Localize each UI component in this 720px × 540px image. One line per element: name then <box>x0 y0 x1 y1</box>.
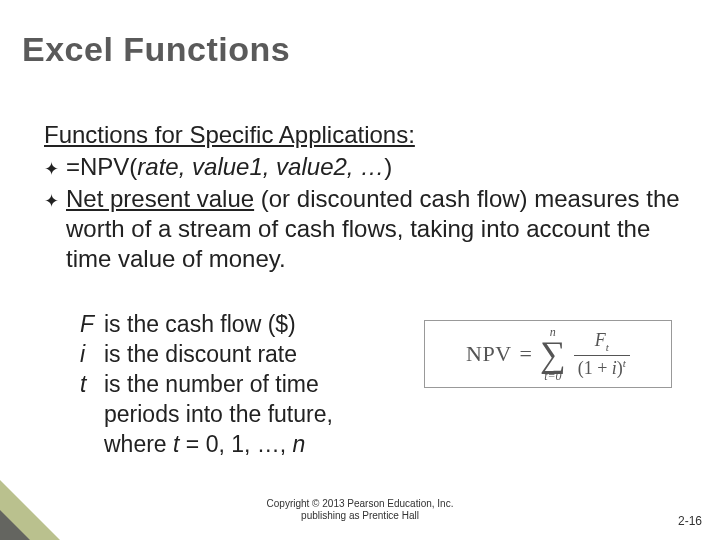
bullet-icon: ✦ <box>44 184 66 216</box>
slide-number: 2-16 <box>678 514 702 528</box>
def-var: F <box>80 310 104 340</box>
def-var: n <box>293 431 306 457</box>
def-text: is the cash flow ($) <box>104 310 390 340</box>
func-prefix: =NPV( <box>66 153 137 180</box>
def-text: = 0, 1, …, <box>179 431 292 457</box>
num-F: F <box>595 330 606 350</box>
bullet-icon: ✦ <box>44 152 66 184</box>
copyright-line: publishing as Prentice Hall <box>0 510 720 522</box>
summation: n ∑ t=0 <box>540 326 566 382</box>
def-row: t is the number of time <box>80 370 390 400</box>
slide: Excel Functions Functions for Specific A… <box>0 0 720 540</box>
fraction-numerator: Ft <box>591 331 613 353</box>
fraction: Ft (1 + i)t <box>574 331 630 377</box>
bullet-item: ✦ Net present value (or discounted cash … <box>44 184 690 274</box>
bullet-item: ✦ =NPV(rate, value1, value2, …) <box>44 152 690 184</box>
num-sub: t <box>606 341 609 353</box>
func-suffix: ) <box>384 153 392 180</box>
npv-formula: NPV = n ∑ t=0 Ft (1 + i)t <box>466 326 630 382</box>
sigma-icon: ∑ <box>540 338 566 370</box>
func-args: rate, value1, value2, … <box>137 153 384 180</box>
bullet-text: Net present value (or discounted cash fl… <box>66 184 690 274</box>
def-text: is the number of time <box>104 370 390 400</box>
copyright: Copyright © 2013 Pearson Education, Inc.… <box>0 498 720 522</box>
sum-lower: t=0 <box>544 370 561 382</box>
content-block: Functions for Specific Applications: ✦ =… <box>44 120 690 274</box>
definitions-block: F is the cash flow ($) i is the discount… <box>80 310 390 459</box>
den-exp: t <box>623 357 626 369</box>
def-continuation: periods into the future, <box>104 400 390 430</box>
def-continuation: where t = 0, 1, …, n <box>104 430 390 460</box>
formula-box: NPV = n ∑ t=0 Ft (1 + i)t <box>424 320 672 388</box>
def-row: i is the discount rate <box>80 340 390 370</box>
den-open: (1 + <box>578 358 612 378</box>
def-row: F is the cash flow ($) <box>80 310 390 340</box>
def-text: is the discount rate <box>104 340 390 370</box>
bullet-list: ✦ =NPV(rate, value1, value2, …) ✦ Net pr… <box>44 152 690 274</box>
def-text: where <box>104 431 173 457</box>
def-var: t <box>80 370 104 400</box>
bullet-text: =NPV(rate, value1, value2, …) <box>66 152 690 182</box>
slide-title: Excel Functions <box>22 30 290 69</box>
copyright-line: Copyright © 2013 Pearson Education, Inc. <box>0 498 720 510</box>
formula-label: NPV <box>466 341 512 367</box>
def-var: i <box>80 340 104 370</box>
fraction-bar <box>574 355 630 356</box>
sub-heading: Functions for Specific Applications: <box>44 120 690 150</box>
equals-sign: = <box>520 341 532 367</box>
term-underline: Net present value <box>66 185 254 212</box>
fraction-denominator: (1 + i)t <box>574 358 630 377</box>
